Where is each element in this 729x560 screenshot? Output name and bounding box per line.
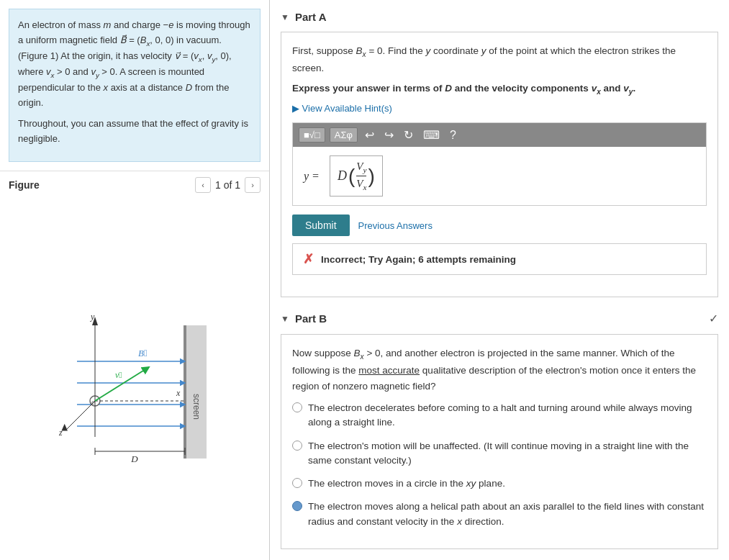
figure-next-button[interactable]: › bbox=[245, 177, 261, 193]
part-a-description-1: First, suppose Bx = 0. Find the y coordi… bbox=[292, 43, 707, 76]
formula-y-label: y = bbox=[304, 170, 320, 183]
toolbar-undo-btn[interactable]: ↩ bbox=[362, 127, 377, 143]
submit-button[interactable]: Submit bbox=[292, 214, 350, 236]
toolbar-refresh-btn[interactable]: ↻ bbox=[401, 127, 416, 143]
option-3[interactable]: The electron moves in a circle in the xy… bbox=[292, 477, 707, 491]
problem-paragraph-1: An electron of mass m and charge −e is m… bbox=[18, 18, 251, 111]
svg-text:x: x bbox=[176, 388, 181, 398]
radio-btn-3[interactable] bbox=[292, 478, 302, 488]
part-a-header[interactable]: ▼ Part A bbox=[281, 11, 718, 23]
part-a-express-line: Express your answer in terms of D and th… bbox=[292, 83, 707, 96]
svg-line-14 bbox=[66, 401, 95, 430]
svg-text:D: D bbox=[130, 453, 138, 464]
option-1[interactable]: The electron decelerates before coming t… bbox=[292, 401, 707, 430]
option-2[interactable]: The electron's motion will be unaffected… bbox=[292, 439, 707, 469]
math-editor: ■√□ ΑΣφ ↩ ↪ ↻ ⌨ ? y = D ( bbox=[292, 122, 707, 206]
toolbar-keyboard-btn[interactable]: ⌨ bbox=[420, 127, 443, 143]
formula-paren-close: ) bbox=[368, 166, 374, 186]
svg-text:B⃗: B⃗ bbox=[138, 348, 148, 358]
formula-numerator: Vy bbox=[356, 161, 366, 176]
error-icon: ✗ bbox=[303, 251, 314, 267]
part-b-content: Now suppose Bx > 0, and another electron… bbox=[281, 334, 718, 549]
figure-header: Figure ‹ 1 of 1 › bbox=[0, 171, 269, 199]
svg-rect-1 bbox=[184, 325, 186, 459]
formula-display: D ( Vy Vx ) bbox=[330, 155, 383, 197]
part-b-label: Part B bbox=[295, 312, 327, 325]
figure-prev-button[interactable]: ‹ bbox=[195, 177, 211, 193]
toolbar-redo-btn[interactable]: ↪ bbox=[381, 127, 397, 143]
part-b-checkmark: ✓ bbox=[709, 312, 718, 325]
error-text: Incorrect; Try Again; 6 attempts remaini… bbox=[321, 254, 516, 265]
left-panel: An electron of mass m and charge −e is m… bbox=[0, 0, 270, 560]
svg-text:v⃗: v⃗ bbox=[115, 370, 122, 380]
submit-row: Submit Previous Answers bbox=[292, 214, 707, 236]
part-b-description: Now suppose Bx > 0, and another electron… bbox=[292, 346, 707, 394]
toolbar-help-btn[interactable]: ? bbox=[447, 127, 459, 143]
option-4[interactable]: The electron moves along a helical path … bbox=[292, 500, 707, 529]
problem-text-box: An electron of mass m and charge −e is m… bbox=[9, 9, 261, 162]
figure-diagram: B⃗ e x y bbox=[34, 304, 235, 469]
part-b-section: ▼ Part B ✓ Now suppose Bx > 0, and anoth… bbox=[281, 312, 718, 549]
math-toolbar: ■√□ ΑΣφ ↩ ↪ ↻ ⌨ ? bbox=[293, 123, 706, 147]
math-input-area[interactable]: y = D ( Vy Vx ) bbox=[293, 147, 706, 205]
svg-rect-0 bbox=[185, 325, 207, 459]
right-panel: ▼ Part A First, suppose Bx = 0. Find the… bbox=[270, 0, 729, 560]
toolbar-alpha-btn[interactable]: ΑΣφ bbox=[330, 127, 358, 143]
figure-nav: ‹ 1 of 1 › bbox=[195, 177, 261, 193]
option-4-text: The electron moves along a helical path … bbox=[308, 500, 707, 529]
option-1-text: The electron decelerates before coming t… bbox=[308, 401, 707, 430]
part-a-label: Part A bbox=[295, 11, 327, 23]
option-2-text: The electron's motion will be unaffected… bbox=[308, 439, 707, 469]
figure-title: Figure bbox=[9, 179, 40, 191]
svg-text:z: z bbox=[58, 428, 63, 438]
hint-link[interactable]: ▶ View Available Hint(s) bbox=[292, 103, 707, 114]
problem-paragraph-2: Throughout, you can assume that the effe… bbox=[18, 117, 251, 147]
svg-text:screen: screen bbox=[191, 394, 202, 420]
error-box: ✗ Incorrect; Try Again; 6 attempts remai… bbox=[292, 243, 707, 275]
radio-btn-2[interactable] bbox=[292, 441, 302, 451]
formula-D: D bbox=[338, 168, 347, 184]
toolbar-symbol-btn[interactable]: ■√□ bbox=[299, 127, 325, 143]
option-3-text: The electron moves in a circle in the xy… bbox=[308, 477, 505, 491]
part-a-section: ▼ Part A First, suppose Bx = 0. Find the… bbox=[281, 11, 718, 297]
part-b-header[interactable]: ▼ Part B ✓ bbox=[281, 312, 718, 325]
previous-answers-link[interactable]: Previous Answers bbox=[358, 220, 433, 231]
formula-fraction: Vy Vx bbox=[356, 161, 366, 191]
part-a-content: First, suppose Bx = 0. Find the y coordi… bbox=[281, 32, 718, 297]
figure-canvas: B⃗ e x y bbox=[0, 199, 269, 560]
page-indicator: 1 of 1 bbox=[215, 179, 240, 191]
radio-btn-4[interactable] bbox=[292, 501, 302, 511]
formula-denominator: Vx bbox=[356, 176, 366, 191]
part-b-arrow: ▼ bbox=[281, 314, 289, 324]
formula-paren-open: ( bbox=[348, 166, 355, 186]
part-a-arrow: ▼ bbox=[281, 12, 289, 22]
radio-btn-1[interactable] bbox=[292, 402, 302, 412]
figure-section: Figure ‹ 1 of 1 › bbox=[0, 171, 269, 560]
